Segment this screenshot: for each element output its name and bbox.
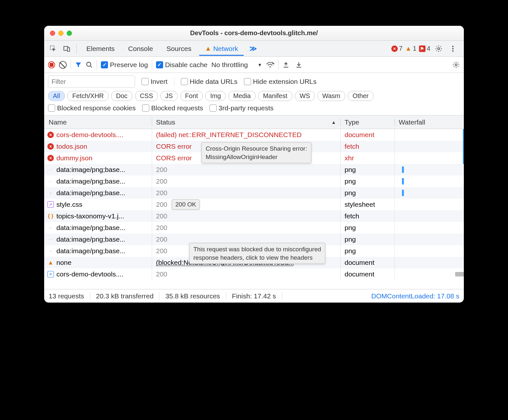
cell-type: png (341, 234, 395, 245)
svg-point-6 (452, 50, 454, 51)
clear-button[interactable] (59, 61, 67, 69)
column-type[interactable]: Type (341, 118, 395, 126)
warnings-badge[interactable]: ▲ 1 (405, 45, 416, 52)
filter-chip-img[interactable]: Img (205, 91, 226, 101)
errors-badge[interactable]: × 7 (391, 45, 403, 52)
table-row[interactable]: ≡ cors-demo-devtools.... 200 document (44, 268, 464, 280)
filter-chip-media[interactable]: Media (228, 91, 255, 101)
network-table: Name Status ▲ Type Waterfall × cors-demo… (44, 115, 464, 280)
cell-waterfall (395, 175, 464, 187)
throttling-select[interactable]: No throttling ▼ (211, 61, 262, 69)
cell-status: (failed) net::ERR_INTERNET_DISCONNECTED (152, 129, 341, 141)
cell-name: -- data:image/png;base... (44, 164, 152, 175)
maximize-window-button[interactable] (67, 31, 72, 36)
tab-elements[interactable]: Elements (81, 42, 121, 56)
cell-waterfall (395, 164, 464, 175)
network-settings-gear-icon[interactable] (452, 61, 460, 69)
request-name: data:image/png;base... (56, 247, 125, 255)
blocked-cookies-checkbox[interactable]: Blocked response cookies (48, 104, 136, 112)
invert-checkbox[interactable]: Invert (142, 78, 168, 85)
tab-network[interactable]: ▲ Network (199, 42, 244, 56)
filter-icon[interactable] (75, 61, 82, 68)
cell-name: × cors-demo-devtools.... (44, 129, 152, 141)
tab-sources[interactable]: Sources (161, 42, 197, 56)
cell-waterfall (395, 234, 464, 245)
table-row[interactable]: ▪ data:image/png;base... 200 png (44, 187, 464, 199)
cell-type: document (341, 129, 395, 141)
blocked-tooltip: This request was blocked due to misconfi… (189, 243, 325, 264)
cell-type: png (341, 175, 395, 187)
cell-status: 200 200 OK (152, 199, 341, 210)
blocked-requests-checkbox[interactable]: Blocked requests (142, 104, 203, 112)
column-status[interactable]: Status ▲ (152, 118, 341, 126)
record-button[interactable] (48, 61, 55, 68)
cell-waterfall (395, 222, 464, 234)
cell-waterfall (395, 199, 464, 210)
table-row[interactable]: × cors-demo-devtools.... (failed) net::E… (44, 129, 464, 141)
filter-chip-css[interactable]: CSS (135, 91, 158, 101)
request-status: 200 (156, 212, 167, 220)
cell-waterfall (395, 152, 464, 164)
table-row[interactable]: -- data:image/png;base... 200 png (44, 175, 464, 187)
filter-chip-ws[interactable]: WS (295, 91, 315, 101)
cell-name: ≡ cors-demo-devtools.... (44, 268, 152, 280)
status-requests: 13 requests (49, 292, 90, 300)
search-icon[interactable] (86, 61, 93, 68)
minimize-window-button[interactable] (58, 31, 64, 36)
image-placeholder-icon: -- (47, 225, 54, 231)
disable-cache-checkbox[interactable]: ✓ Disable cache (156, 61, 208, 69)
cell-name: × dummy.json (44, 152, 152, 164)
checkbox-checked-icon: ✓ (101, 61, 108, 68)
network-conditions-icon[interactable] (266, 61, 274, 69)
fetch-icon: { } (47, 213, 54, 219)
filter-chip-wasm[interactable]: Wasm (318, 91, 345, 101)
device-toolbar-icon[interactable] (61, 43, 73, 55)
filter-chip-js[interactable]: JS (161, 91, 178, 101)
status-finish: Finish: 17.42 s (226, 292, 282, 300)
svg-point-7 (87, 62, 91, 66)
filter-chip-all[interactable]: All (48, 91, 65, 101)
export-har-icon[interactable] (282, 61, 289, 68)
error-icon: × (47, 143, 54, 150)
table-row[interactable]: -- data:image/png;base... 200 png (44, 222, 464, 234)
request-status: 200 (156, 166, 167, 174)
third-party-checkbox[interactable]: 3rd-party requests (210, 104, 273, 112)
import-har-icon[interactable] (295, 61, 302, 68)
inspect-element-icon[interactable] (47, 43, 59, 55)
column-waterfall[interactable]: Waterfall (395, 118, 464, 126)
svg-line-8 (90, 65, 92, 67)
issues-badge[interactable]: ⚑ 4 (419, 45, 430, 52)
more-tabs-button[interactable]: ≫ (246, 45, 261, 53)
close-window-button[interactable] (50, 31, 55, 36)
window-titlebar: DevTools - cors-demo-devtools.glitch.me/ (44, 26, 464, 41)
cell-name: -- data:image/png;base... (44, 222, 152, 234)
hide-data-urls-checkbox[interactable]: Hide data URLs (181, 78, 238, 85)
filter-chip-manifest[interactable]: Manifest (258, 91, 292, 101)
preserve-log-checkbox[interactable]: ✓ Preserve log (101, 61, 148, 69)
filter-chip-fetch-xhr[interactable]: Fetch/XHR (67, 91, 109, 101)
column-name[interactable]: Name (44, 118, 152, 126)
hide-extension-urls-checkbox[interactable]: Hide extension URLs (244, 78, 317, 85)
tab-console[interactable]: Console (122, 42, 159, 56)
image-placeholder-icon: -- (47, 166, 54, 173)
cell-type: png (341, 164, 395, 175)
image-placeholder-icon: -- (47, 236, 54, 243)
table-row[interactable]: -- data:image/png;base... 200 png (44, 164, 464, 175)
image-placeholder-icon: -- (47, 178, 54, 185)
filter-chip-font[interactable]: Font (180, 91, 203, 101)
status-transferred: 20.3 kB transferred (90, 292, 160, 300)
filter-input[interactable] (48, 75, 135, 88)
table-row[interactable]: { } topics-taxonomy-v1.j... 200 fetch (44, 210, 464, 222)
divider (71, 60, 71, 70)
svg-point-3 (438, 48, 440, 50)
filter-chip-doc[interactable]: Doc (111, 91, 132, 101)
waterfall-edge (463, 129, 464, 141)
filter-chip-other[interactable]: Other (348, 91, 374, 101)
error-icon: × (391, 45, 398, 52)
cell-name: ▪ data:image/png;base... (44, 187, 152, 199)
table-row[interactable]: ↗ style.css 200 200 OK stylesheet (44, 199, 464, 210)
kebab-menu-icon[interactable] (447, 43, 459, 55)
network-toolbar: ✓ Preserve log ✓ Disable cache No thrott… (44, 57, 464, 73)
settings-gear-icon[interactable] (433, 43, 445, 55)
svg-point-4 (452, 45, 454, 47)
